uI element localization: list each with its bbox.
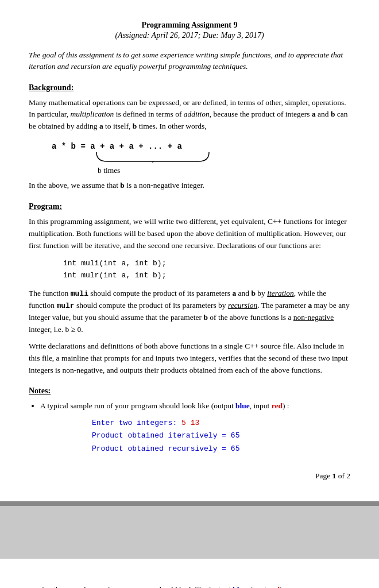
- a-param2: a: [308, 301, 312, 310]
- sample1-line3: Product obtained recursively = 65: [92, 443, 350, 455]
- bullet2-blue: blue: [233, 585, 247, 588]
- program-heading: Program:: [29, 202, 350, 211]
- code-line-1: int muli(int a, int b);: [63, 258, 350, 270]
- page-2: Another sample run of your program shoul…: [0, 559, 379, 588]
- page-end: of 2: [336, 471, 350, 480]
- notes-heading: Notes:: [29, 386, 350, 396]
- page-number: Page 1 of 2: [29, 471, 350, 481]
- program-desc: The function muli should compute the pro…: [29, 288, 350, 336]
- a-bold: a: [312, 110, 316, 118]
- background-para1: Many mathematical operations can be expr…: [29, 97, 350, 133]
- bullet1-pre: A typical sample run of your program sho…: [40, 401, 235, 410]
- sample1-line2: Product obtained iteratively = 65: [92, 430, 350, 442]
- notes-item-1: A typical sample run of your program sho…: [40, 400, 350, 455]
- notes-item-2: Another sample run of your program shoul…: [40, 584, 350, 588]
- b-param2: b: [203, 313, 208, 322]
- sample-output-1: Enter two integers: 5 13 Product obtaine…: [92, 417, 350, 455]
- page-subtitle: (Assigned: April 26, 2017; Due: May 3, 2…: [29, 31, 350, 40]
- bullet2-mid: , input: [247, 585, 269, 588]
- page-1: Programming Assignment 9 (Assigned: Apri…: [0, 0, 379, 501]
- goal-text: The goal of this assignment is to get so…: [29, 49, 350, 73]
- below-formula: In the above, we assume that b is a non-…: [29, 180, 350, 192]
- recursion-italic: recursion: [228, 301, 257, 310]
- b-bold: b: [331, 110, 335, 118]
- page-separator: [0, 501, 379, 506]
- code-line-2: int mulr(int a, int b);: [63, 270, 350, 282]
- notes-list: A typical sample run of your program sho…: [40, 400, 350, 455]
- muli-mono: muli: [71, 289, 88, 298]
- page-label: Page: [315, 471, 332, 480]
- formula-line: a * b = a + a + a + ... + a: [52, 142, 350, 151]
- bullet2-pre: Another sample run of your program shoul…: [40, 585, 233, 588]
- formula-box: a * b = a + a + a + ... + a b times: [52, 142, 350, 175]
- page-gap: [0, 506, 379, 540]
- a-bold2: a: [99, 122, 103, 130]
- b-param: b: [251, 289, 256, 297]
- non-negative-underline: non-negative: [293, 313, 334, 322]
- page-title: Programming Assignment 9: [29, 21, 350, 30]
- program-intro: In this programming assignment, we will …: [29, 216, 350, 252]
- background-heading: Background:: [29, 83, 350, 92]
- bullet1-mid: , input: [250, 401, 272, 410]
- bullet1-red: red: [272, 401, 283, 410]
- b-bold2: b: [133, 122, 137, 130]
- bullet2-red: red: [269, 585, 280, 588]
- bullet1-blue: blue: [235, 401, 250, 410]
- iteration-italic: iteration: [267, 289, 294, 297]
- brace-svg: [95, 151, 210, 164]
- formula-text: a * b = a + a + a + ... + a: [52, 142, 182, 151]
- a-param: a: [232, 289, 236, 297]
- sample1-prompt: Enter two integers:: [92, 419, 181, 427]
- sample1-line1: Enter two integers: 5 13: [92, 417, 350, 430]
- bullet2-end: ) :: [280, 585, 287, 588]
- addition-italic: addition: [184, 110, 210, 118]
- code-block: int muli(int a, int b); int mulr(int a, …: [63, 258, 350, 282]
- multiplication-italic: multiplication: [71, 110, 114, 118]
- notes-list-2: Another sample run of your program shoul…: [40, 584, 350, 588]
- program-para2: Write declarations and definitions of bo…: [29, 341, 350, 377]
- brace-label: b times: [98, 166, 350, 175]
- mulr-mono: mulr: [56, 301, 74, 310]
- bullet1-end: ) :: [283, 401, 289, 410]
- b-bold3: b: [120, 181, 125, 189]
- sample1-input: 5 13: [181, 419, 199, 427]
